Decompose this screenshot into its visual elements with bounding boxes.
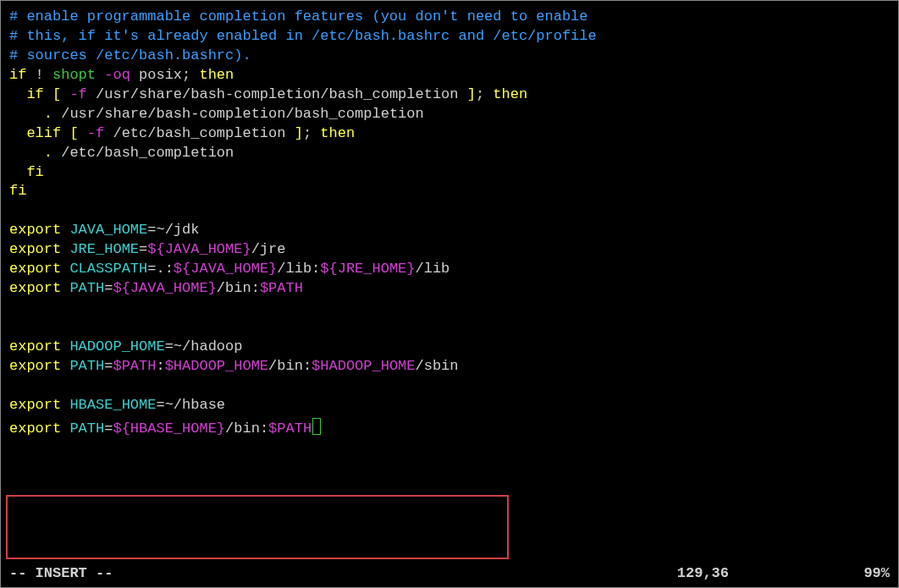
- code-line: export PATH=$PATH:$HADOOP_HOME/bin:$HADO…: [9, 357, 890, 376]
- code-line: if [ -f /usr/share/bash-completion/bash_…: [9, 85, 890, 105]
- code-line: export JRE_HOME=${JAVA_HOME}/jre: [9, 240, 890, 260]
- editor-content[interactable]: # enable programmable completion feature…: [9, 8, 890, 439]
- code-line: . /usr/share/bash-completion/bash_comple…: [9, 105, 890, 124]
- scroll-percent: 99%: [863, 564, 890, 584]
- code-line: export HADOOP_HOME=~/hadoop: [9, 338, 890, 357]
- code-line: elif [ -f /etc/bash_completion ]; then: [9, 124, 890, 144]
- comment-line: # enable programmable completion feature…: [9, 8, 588, 25]
- cursor-position: 129,36: [677, 564, 729, 584]
- code-line: fi: [9, 163, 890, 183]
- code-line: . /etc/bash_completion: [9, 144, 890, 163]
- highlight-annotation: [6, 495, 509, 559]
- code-line: if ! shopt -oq posix; then: [9, 66, 890, 85]
- code-line: export PATH=${JAVA_HOME}/bin:$PATH: [9, 279, 890, 299]
- comment-line: # this, if it's already enabled in /etc/…: [9, 28, 597, 44]
- comment-line: # sources /etc/bash.bashrc).: [9, 47, 251, 63]
- code-line: export PATH=${HBASE_HOME}/bin:$PATH: [9, 415, 890, 439]
- cursor: [312, 418, 321, 435]
- code-line: fi: [9, 182, 890, 201]
- code-line: export CLASSPATH=.:${JAVA_HOME}/lib:${JR…: [9, 260, 890, 279]
- status-bar: -- INSERT -- 129,36 99%: [9, 564, 890, 584]
- code-line: export HBASE_HOME=~/hbase: [9, 396, 890, 415]
- code-line: export JAVA_HOME=~/jdk: [9, 221, 890, 240]
- vim-mode: -- INSERT --: [9, 564, 113, 584]
